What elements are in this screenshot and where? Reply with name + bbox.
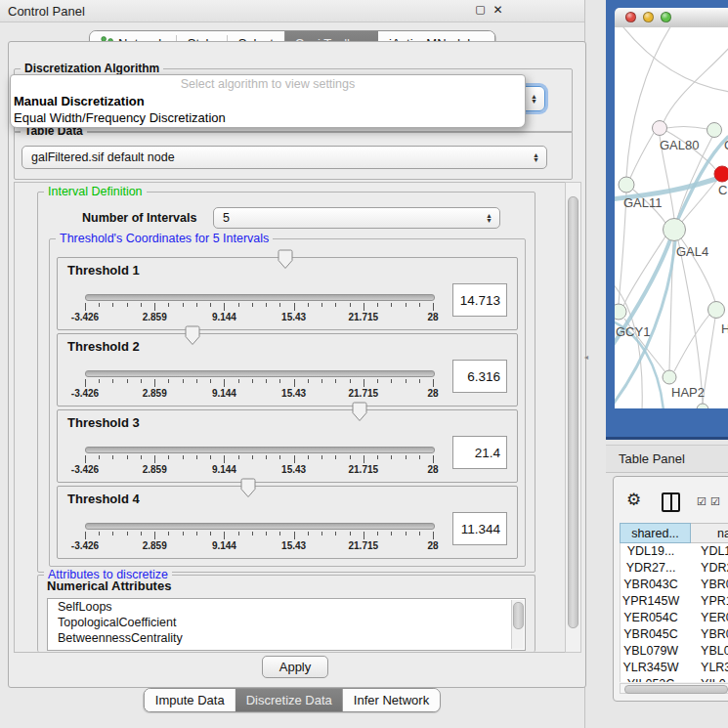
columns-icon[interactable] xyxy=(662,492,680,512)
network-node-gal80[interactable] xyxy=(653,121,667,136)
table-row[interactable]: YDL19...YDL1 xyxy=(621,543,728,560)
cell-shared-name[interactable]: YIL052C xyxy=(621,676,681,682)
slider-thumb[interactable] xyxy=(240,478,256,498)
slider-thumb[interactable] xyxy=(185,325,200,346)
network-node-h[interactable] xyxy=(708,302,725,319)
tick-label: 2.859 xyxy=(143,540,167,551)
network-canvas[interactable]: GAL80GACGAL11GAL4GCY1HHAP2 xyxy=(615,27,728,408)
tick-mark xyxy=(224,303,225,311)
number-of-intervals-select[interactable]: 5 ▲▼ xyxy=(213,207,500,229)
cell-shared-name[interactable]: YBL079W xyxy=(621,643,681,660)
cell-name[interactable]: YER0 xyxy=(681,610,728,626)
tick-label: 21.715 xyxy=(349,388,379,399)
close-light[interactable] xyxy=(625,12,636,22)
tab-infer-network[interactable]: Infer Network xyxy=(343,689,440,711)
tick-mark xyxy=(112,532,113,535)
scrollbar-thumb[interactable] xyxy=(624,685,728,694)
numerical-attributes-list[interactable]: SelfLoopsTopologicalCoefficientBetweenne… xyxy=(47,598,526,651)
cell-name[interactable]: YBR0 xyxy=(681,626,728,643)
scrollbar-thumb[interactable] xyxy=(513,602,524,629)
attributes-scrollbar[interactable] xyxy=(511,600,524,649)
close-panel-icon[interactable]: ✕ xyxy=(491,3,505,17)
tick-mark xyxy=(308,532,309,535)
network-node-gal11[interactable] xyxy=(619,177,634,193)
slider-track[interactable] xyxy=(85,294,435,301)
attribute-item[interactable]: SelfLoops xyxy=(48,599,525,615)
gear-icon[interactable]: ⚙ xyxy=(626,490,641,510)
cell-name[interactable]: YPR1 xyxy=(681,593,728,610)
algorithm-placeholder-item[interactable]: Select algorithm to view settings xyxy=(11,77,525,91)
slider-thumb[interactable] xyxy=(352,402,367,422)
cell-name[interactable]: YBL0 xyxy=(681,643,728,660)
algorithm-item-equal-width[interactable]: Equal Width/Frequency Discretization xyxy=(14,110,226,125)
tab-impute-data[interactable]: Impute Data xyxy=(145,689,236,711)
attribute-item[interactable]: TopologicalCoefficient xyxy=(48,615,525,630)
column-header-shared-name[interactable]: shared... xyxy=(620,523,691,543)
column-header-name[interactable]: na xyxy=(691,523,728,543)
network-node-hap2[interactable] xyxy=(663,370,676,384)
scrollbar-thumb[interactable] xyxy=(568,196,578,628)
cell-name[interactable]: YDR2 xyxy=(681,560,728,577)
tick-mark xyxy=(308,379,309,383)
interval-definition-title: Interval Definition xyxy=(44,185,147,198)
settings-vertical-scrollbar[interactable] xyxy=(565,182,581,653)
float-window-icon[interactable]: ▢ xyxy=(473,3,488,16)
table-horizontal-scrollbar[interactable] xyxy=(620,683,728,694)
table-row[interactable]: YPR145WYPR1 xyxy=(621,593,728,610)
table-row[interactable]: YIL052CYIL0 xyxy=(621,676,728,682)
tick-mark xyxy=(377,303,378,307)
cell-shared-name[interactable]: YLR345W xyxy=(621,660,681,676)
table-panel-body: ⚙ ☑ ☑ shared... na YDL19...YDL1YDR27...Y… xyxy=(613,476,728,702)
tick-mark xyxy=(433,303,434,311)
checkbox-select-icon[interactable]: ☑ xyxy=(697,495,707,508)
cell-shared-name[interactable]: YER054C xyxy=(621,610,681,626)
cell-name[interactable]: YLR3 xyxy=(681,660,728,676)
threshold-value-field[interactable]: 21.4 xyxy=(452,436,507,469)
slider-track[interactable] xyxy=(85,523,435,530)
splitter-collapse-icon[interactable]: ◂ xyxy=(584,353,588,362)
network-node-c[interactable] xyxy=(714,166,728,182)
slider-track[interactable] xyxy=(85,370,435,377)
slider-thumb[interactable] xyxy=(278,249,293,270)
tick-mark xyxy=(210,379,211,383)
cell-shared-name[interactable]: YDL19... xyxy=(621,543,681,560)
threshold-value-field[interactable]: 6.316 xyxy=(452,360,507,393)
apply-button[interactable]: Apply xyxy=(262,656,328,678)
threshold-value-field[interactable]: 11.344 xyxy=(452,512,507,545)
table-row[interactable]: YDR27...YDR2 xyxy=(621,560,728,577)
table-row[interactable]: YER054CYER0 xyxy=(621,610,728,626)
tick-mark xyxy=(308,455,309,459)
attribute-item[interactable]: BetweennessCentrality xyxy=(48,630,525,646)
network-node[interactable] xyxy=(697,404,708,408)
network-edge xyxy=(630,133,654,178)
threshold-value-field[interactable]: 14.713 xyxy=(452,283,507,317)
cell-shared-name[interactable]: YDR27... xyxy=(621,560,681,577)
tick-mark xyxy=(141,455,142,459)
table-row[interactable]: YLR345WYLR3 xyxy=(621,660,728,676)
tick-mark xyxy=(224,455,225,463)
network-node-gcy1[interactable] xyxy=(615,304,626,320)
table-row[interactable]: YBR045CYBR0 xyxy=(621,626,728,643)
algorithm-item-manual[interactable]: Manual Discretization xyxy=(14,94,145,108)
thresholds-group-title: Threshold's Coordinates for 5 Intervals xyxy=(56,232,273,245)
slider-track[interactable] xyxy=(85,447,435,453)
cell-shared-name[interactable]: YPR145W xyxy=(621,593,681,610)
network-edge xyxy=(678,240,703,404)
table-row[interactable]: YBR043CYBR0 xyxy=(621,577,728,593)
checkbox-select-all-icon[interactable]: ☑ xyxy=(710,495,720,508)
cell-shared-name[interactable]: YBR045C xyxy=(621,626,681,643)
network-node-ga[interactable] xyxy=(707,123,722,138)
tick-mark xyxy=(377,532,378,535)
tick-mark xyxy=(266,532,267,535)
tab-discretize-data[interactable]: Discretize Data xyxy=(236,689,343,711)
table-data-select[interactable]: galFiltered.sif default node ▲▼ xyxy=(21,146,547,169)
cell-name[interactable]: YIL0 xyxy=(681,676,728,682)
network-node-gal4[interactable] xyxy=(664,219,686,241)
zoom-light[interactable] xyxy=(661,12,671,22)
cell-name[interactable]: YBR0 xyxy=(681,577,728,593)
table-row[interactable]: YBL079WYBL0 xyxy=(621,643,728,660)
cell-name[interactable]: YDL1 xyxy=(681,543,728,560)
minimize-light[interactable] xyxy=(643,12,654,22)
cell-shared-name[interactable]: YBR043C xyxy=(621,577,681,593)
tick-label: -3.426 xyxy=(71,388,99,399)
